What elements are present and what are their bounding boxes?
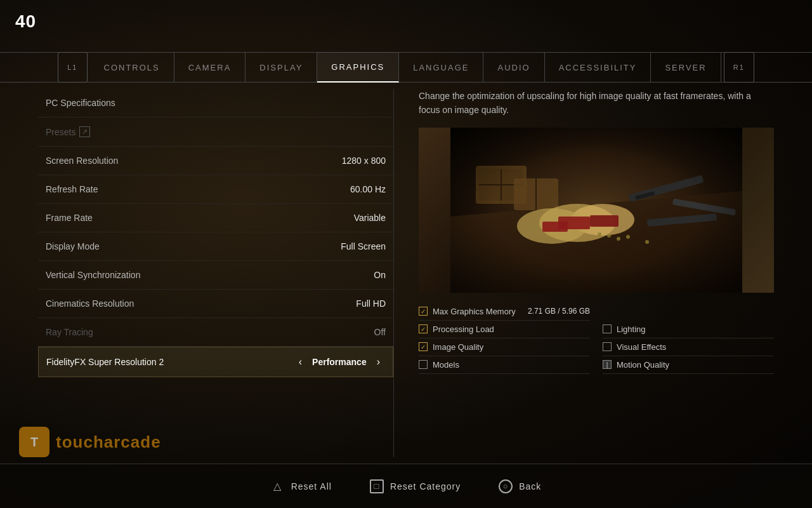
ta-text: toucharcade	[56, 432, 161, 452]
lighting-row: Lighting	[603, 303, 774, 338]
nav-item-server[interactable]: SERVER	[651, 52, 721, 83]
circle-icon: ○	[499, 479, 513, 493]
fsr2-prev-button[interactable]: ‹	[294, 356, 307, 368]
fsr2-next-button[interactable]: ›	[372, 356, 385, 368]
score-display: 40	[15, 11, 36, 32]
nav-item-display[interactable]: DISPLAY	[246, 52, 317, 83]
nav-bar: L1 CONTROLS CAMERA DISPLAY GRAPHICS LANG…	[0, 52, 812, 83]
triangle-icon: △	[271, 479, 285, 493]
models-label: Models	[433, 360, 590, 370]
reset-category-label: Reset Category	[390, 481, 461, 491]
max-graphics-memory-check: ✓	[419, 307, 428, 316]
nav-item-audio[interactable]: AUDIO	[483, 52, 544, 83]
nav-item-accessibility[interactable]: ACCESSIBILITY	[545, 52, 652, 83]
pc-specifications-item[interactable]: PC Specifications	[38, 89, 393, 117]
reset-all-label: Reset All	[291, 481, 332, 491]
preview-image	[419, 128, 774, 293]
nav-item-graphics[interactable]: GRAPHICS	[317, 52, 399, 83]
max-graphics-memory-value: 2.71 GB / 5.96 GB	[528, 307, 590, 316]
reset-category-button[interactable]: □ Reset Category	[370, 479, 461, 493]
cinematics-res-label: Cinematics Resolution	[46, 298, 134, 309]
max-graphics-memory-label: Max Graphics Memory	[433, 307, 523, 316]
back-label: Back	[519, 481, 541, 491]
models-row: Models	[419, 356, 590, 374]
ray-tracing-label: Ray Tracing	[46, 327, 93, 337]
reset-all-button[interactable]: △ Reset All	[271, 479, 332, 493]
visual-effects-row: Visual Effects	[603, 338, 774, 356]
visual-effects-label: Visual Effects	[617, 342, 774, 352]
vsync-item[interactable]: Vertical Synchronization On	[38, 261, 393, 290]
display-mode-label: Display Mode	[46, 241, 100, 251]
refresh-rate-item[interactable]: Refresh Rate 60.00 Hz	[38, 175, 393, 204]
image-quality-label: Image Quality	[433, 342, 590, 352]
frame-rate-item[interactable]: Frame Rate Variable	[38, 204, 393, 232]
max-graphics-memory-row: ✓ Max Graphics Memory 2.71 GB / 5.96 GB	[419, 303, 590, 321]
bottom-bar: △ Reset All □ Reset Category ○ Back	[0, 464, 812, 508]
nav-item-camera[interactable]: CAMERA	[174, 52, 246, 83]
ta-logo-icon: T	[19, 427, 49, 457]
back-button[interactable]: ○ Back	[499, 479, 541, 493]
watermark: T toucharcade	[19, 427, 161, 457]
vsync-label: Vertical Synchronization	[46, 270, 140, 280]
presets-label: Presets	[46, 127, 75, 137]
presets-link: Presets ↗	[46, 126, 90, 137]
refresh-rate-label: Refresh Rate	[46, 184, 98, 194]
models-check	[419, 360, 428, 369]
motion-quality-row: | Motion Quality	[603, 356, 774, 374]
frame-rate-value: Variable	[354, 213, 386, 223]
frame-rate-label: Frame Rate	[46, 213, 93, 223]
info-panel: Change the optimization of upscaling for…	[406, 89, 774, 457]
settings-panel: PC Specifications Presets ↗ Screen Resol…	[38, 89, 393, 457]
image-quality-check: ✓	[419, 342, 428, 351]
vsync-value: On	[374, 270, 386, 280]
display-mode-value: Full Screen	[341, 241, 386, 251]
processing-load-check: ✓	[419, 324, 428, 333]
motion-quality-check: |	[603, 360, 612, 369]
display-mode-item[interactable]: Display Mode Full Screen	[38, 232, 393, 261]
nav-item-language[interactable]: LANGUAGE	[399, 52, 483, 83]
preview-svg	[419, 128, 774, 293]
motion-quality-label: Motion Quality	[617, 360, 774, 370]
l1-button[interactable]: L1	[58, 52, 87, 83]
presets-item[interactable]: Presets ↗	[38, 117, 393, 147]
r1-button[interactable]: R1	[724, 52, 754, 83]
screen-resolution-value: 812 x 508	[342, 156, 386, 166]
ray-tracing-item[interactable]: Ray Tracing Off	[38, 318, 393, 347]
settings-list: PC Specifications Presets ↗ Screen Resol…	[38, 89, 393, 377]
fsr2-item[interactable]: FidelityFX Super Resolution 2 ‹ Performa…	[38, 347, 393, 377]
svg-rect-23	[450, 128, 742, 293]
screen-resolution-label: Screen Resolution	[46, 156, 118, 166]
cinematics-resolution-item[interactable]: Cinematics Resolution Full HD	[38, 290, 393, 318]
nav-item-controls[interactable]: CONTROLS	[90, 52, 174, 83]
refresh-rate-value: 60.00 Hz	[350, 184, 386, 194]
lighting-label: Lighting	[617, 324, 774, 334]
pc-spec-label: PC Specifications	[46, 98, 115, 108]
fsr2-label: FidelityFX Super Resolution 2	[46, 357, 164, 367]
main-content: PC Specifications Presets ↗ Screen Resol…	[38, 89, 774, 457]
stats-right-col: Lighting Visual Effects | Motion Quality	[603, 303, 774, 374]
fsr2-control: ‹ Performance ›	[294, 356, 385, 368]
processing-load-label: Processing Load	[433, 324, 590, 334]
lighting-check	[603, 324, 612, 333]
stats-left-col: ✓ Max Graphics Memory 2.71 GB / 5.96 GB …	[419, 303, 590, 374]
square-icon: □	[370, 479, 384, 493]
ray-tracing-value: Off	[374, 327, 386, 337]
processing-load-row: ✓ Processing Load	[419, 321, 590, 338]
stats-grid: ✓ Max Graphics Memory 2.71 GB / 5.96 GB …	[419, 303, 774, 374]
cinematics-res-value: Full HD	[356, 298, 386, 309]
external-link-icon: ↗	[79, 126, 90, 137]
fsr2-value: Performance	[312, 357, 367, 367]
image-quality-row: ✓ Image Quality	[419, 338, 590, 356]
description-text: Change the optimization of upscaling for…	[419, 89, 774, 117]
screen-resolution-item[interactable]: Screen Resolution 812 x 508	[38, 147, 393, 175]
visual-effects-check	[603, 342, 612, 351]
